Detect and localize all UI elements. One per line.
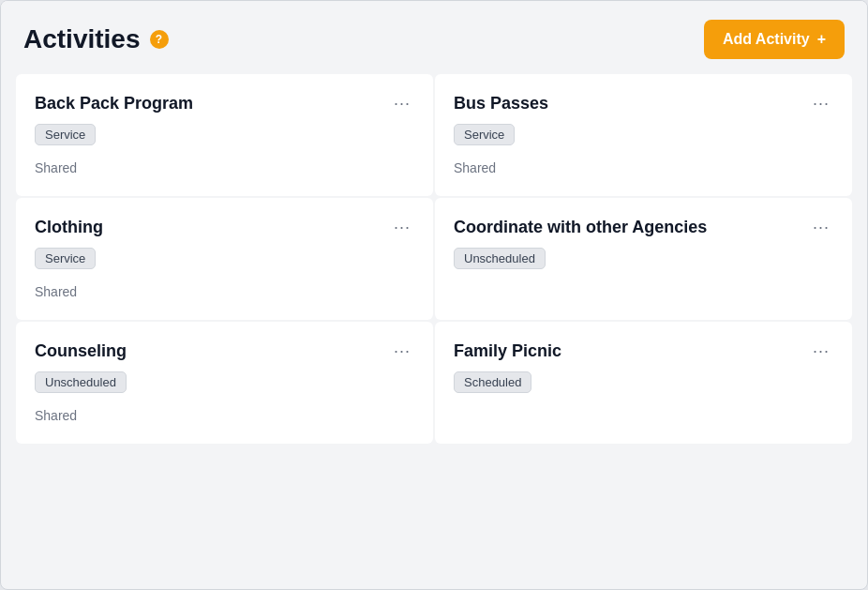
more-menu-icon-bus-passes[interactable]: ···	[809, 93, 833, 113]
card-title-bus-passes: Bus Passes	[454, 93, 548, 114]
card-bus-passes: Bus Passes ··· Service Shared	[435, 74, 852, 196]
page-title: Activities	[23, 24, 141, 54]
card-clothing: Clothing ··· Service Shared	[16, 198, 433, 320]
more-menu-icon-family-picnic[interactable]: ···	[809, 340, 833, 361]
card-title-counseling: Counseling	[35, 340, 127, 362]
card-title-coordinate-with-other-agencies: Coordinate with other Agencies	[454, 217, 707, 238]
more-menu-icon-coordinate-with-other-agencies[interactable]: ···	[809, 217, 833, 237]
card-status-counseling: Shared	[35, 408, 414, 423]
card-header-clothing: Clothing ···	[35, 217, 414, 238]
card-title-clothing: Clothing	[35, 217, 103, 238]
card-header-back-pack-program: Back Pack Program ···	[35, 93, 414, 114]
cards-grid: Back Pack Program ··· Service Shared Bus…	[1, 74, 867, 459]
badge-clothing: Service	[35, 248, 96, 269]
card-coordinate-with-other-agencies: Coordinate with other Agencies ··· Unsch…	[435, 198, 852, 320]
more-menu-icon-back-pack-program[interactable]: ···	[390, 93, 414, 113]
card-status-clothing: Shared	[35, 284, 414, 299]
badge-coordinate-with-other-agencies: Unscheduled	[454, 248, 546, 269]
card-status-back-pack-program: Shared	[35, 160, 414, 175]
card-title-back-pack-program: Back Pack Program	[35, 93, 193, 114]
app-container: Activities ? Add Activity + Back Pack Pr…	[0, 0, 868, 590]
more-menu-icon-clothing[interactable]: ···	[390, 217, 414, 237]
card-counseling: Counseling ··· Unscheduled Shared	[16, 322, 433, 444]
add-activity-label: Add Activity	[723, 31, 810, 48]
add-icon: +	[817, 31, 826, 48]
card-back-pack-program: Back Pack Program ··· Service Shared	[16, 74, 433, 196]
card-header-counseling: Counseling ···	[35, 340, 414, 362]
badge-bus-passes: Service	[454, 124, 515, 145]
badge-counseling: Unscheduled	[35, 371, 127, 393]
badge-back-pack-program: Service	[35, 124, 96, 145]
card-status-bus-passes: Shared	[454, 160, 833, 175]
card-header-bus-passes: Bus Passes ···	[454, 93, 833, 114]
help-icon[interactable]: ?	[150, 30, 169, 49]
badge-family-picnic: Scheduled	[454, 371, 531, 393]
card-title-family-picnic: Family Picnic	[454, 340, 561, 362]
more-menu-icon-counseling[interactable]: ···	[390, 340, 414, 361]
add-activity-button[interactable]: Add Activity +	[704, 20, 845, 59]
card-family-picnic: Family Picnic ··· Scheduled	[435, 322, 852, 444]
header: Activities ? Add Activity +	[1, 1, 867, 74]
header-left: Activities ?	[23, 24, 169, 54]
card-header-coordinate-with-other-agencies: Coordinate with other Agencies ···	[454, 217, 833, 238]
card-header-family-picnic: Family Picnic ···	[454, 340, 833, 362]
